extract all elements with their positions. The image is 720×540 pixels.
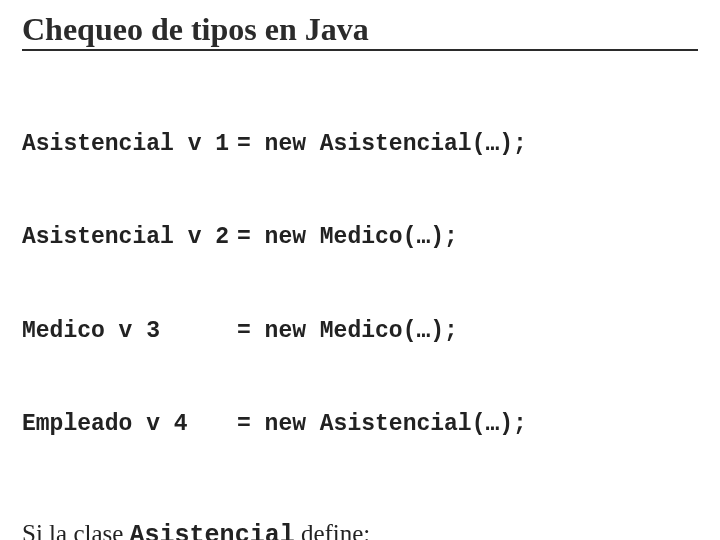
decl-lhs: Medico v 3 [22, 316, 237, 347]
decl-row: Asistencial v 1= new Asistencial(…); [22, 129, 698, 160]
decl-rhs: = new Medico(…); [237, 316, 458, 347]
decl-lhs: Asistencial v 2 [22, 222, 237, 253]
decl-rhs: = new Medico(…); [237, 222, 458, 253]
defline-classname: Asistencial [130, 521, 295, 540]
decl-row: Asistencial v 2= new Medico(…); [22, 222, 698, 253]
decl-row: Medico v 3= new Medico(…); [22, 316, 698, 347]
slide-title: Chequeo de tipos en Java [22, 12, 698, 51]
defline-prefix: Si la clase [22, 520, 130, 540]
decl-lhs: Empleado v 4 [22, 409, 237, 440]
decl-lhs: Asistencial v 1 [22, 129, 237, 160]
declarations-block: Asistencial v 1= new Asistencial(…); Asi… [22, 67, 698, 502]
defline-suffix: define: [295, 520, 371, 540]
decl-row: Empleado v 4= new Asistencial(…); [22, 409, 698, 440]
decl-rhs: = new Asistencial(…); [237, 409, 527, 440]
class-defines-line: Si la clase Asistencial define: [22, 520, 698, 540]
decl-rhs: = new Asistencial(…); [237, 129, 527, 160]
slide: Chequeo de tipos en Java Asistencial v 1… [0, 0, 720, 540]
